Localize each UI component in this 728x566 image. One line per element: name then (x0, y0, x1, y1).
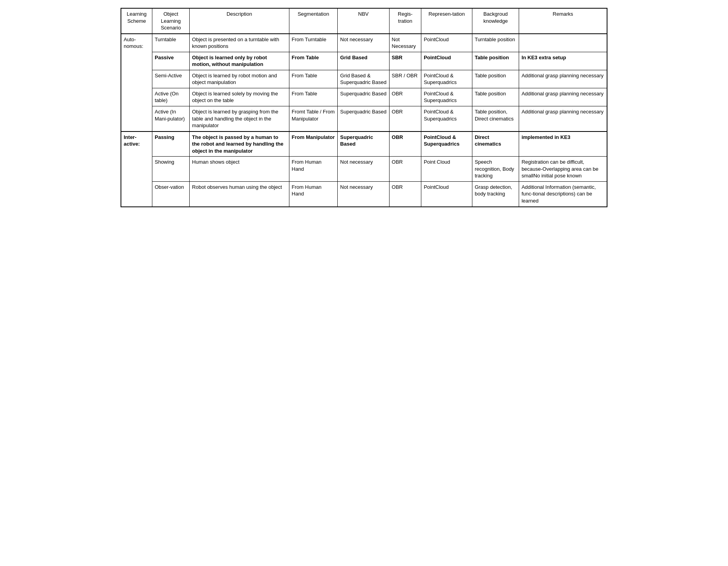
remarks-cell: implemented in KE3 (519, 131, 607, 157)
segmentation-cell: Fromt Table / From Manipulator (289, 106, 337, 131)
table-row: Active (On table)Object is learned solel… (121, 88, 607, 106)
representation-cell: PointCloud & Superquadrics (421, 88, 472, 106)
background-cell: Speech recognition, Body tracking (472, 157, 519, 182)
description-cell: Object is learned by robot motion and ob… (190, 70, 289, 88)
scenario-label: Passing (152, 131, 189, 157)
description-cell: The object is passed by a human to the r… (190, 131, 289, 157)
background-cell: Table position, Direct cinematics (472, 106, 519, 131)
registration-cell: OBR (389, 106, 421, 131)
registration-cell: SBR (389, 52, 421, 70)
background-cell: Grasp detection, body tracking (472, 181, 519, 206)
table-row: Inter-active:PassingThe object is passed… (121, 131, 607, 157)
table-row: PassiveObject is learned only by robot m… (121, 52, 607, 70)
scenario-label: Showing (152, 157, 189, 182)
remarks-cell: Registration can be difficult, because-O… (519, 157, 607, 182)
segmentation-cell: From Table (289, 88, 337, 106)
table-row: Auto-nomous:TurntableObject is presented… (121, 34, 607, 52)
description-cell: Object is learned by grasping from the t… (190, 106, 289, 131)
header-background: Backgroud knowledge (472, 8, 519, 34)
background-cell: Direct cinematics (472, 131, 519, 157)
description-cell: Robot observes human using the object (190, 181, 289, 206)
remarks-cell: Additional Information (semantic, func-t… (519, 181, 607, 206)
registration-cell: OBR (389, 131, 421, 157)
segmentation-cell: From Turntable (289, 34, 337, 52)
header-nbv: NBV (338, 8, 389, 34)
description-cell: Human shows object (190, 157, 289, 182)
description-cell: Object is learned solely by moving the o… (190, 88, 289, 106)
nbv-cell: Grid Based (338, 52, 389, 70)
header-registration: Regis-tration (389, 8, 421, 34)
scenario-label: Active (On table) (152, 88, 189, 106)
segmentation-cell: From Table (289, 70, 337, 88)
scenario-label: Semi-Active (152, 70, 189, 88)
background-cell: Turntable position (472, 34, 519, 52)
nbv-cell: Superquadric Based (338, 106, 389, 131)
remarks-cell: In KE3 extra setup (519, 52, 607, 70)
learning-table: Learning Scheme Object Learning Scenario… (121, 8, 607, 207)
segmentation-cell: From Human Hand (289, 157, 337, 182)
registration-cell: OBR (389, 88, 421, 106)
header-learning-scheme: Learning Scheme (121, 8, 152, 34)
scenario-label: Turntable (152, 34, 189, 52)
representation-cell: PointCloud (421, 34, 472, 52)
header-object-scenario: Object Learning Scenario (152, 8, 189, 34)
header-description: Description (190, 8, 289, 34)
description-cell: Object is presented on a turntable with … (190, 34, 289, 52)
registration-cell: OBR (389, 181, 421, 206)
nbv-cell: Not necessary (338, 157, 389, 182)
remarks-cell: Additional grasp planning necessary (519, 88, 607, 106)
background-cell: Table position (472, 52, 519, 70)
scenario-label: Active (In Mani-pulator) (152, 106, 189, 131)
header-representation: Represen-tation (421, 8, 472, 34)
scenario-label: Passive (152, 52, 189, 70)
registration-cell: SBR / OBR (389, 70, 421, 88)
background-cell: Table position (472, 70, 519, 88)
main-container: Learning Scheme Object Learning Scenario… (121, 8, 607, 207)
segmentation-cell: From Human Hand (289, 181, 337, 206)
nbv-cell: Superquadric Based (338, 88, 389, 106)
scheme-label: Inter-active: (121, 131, 152, 207)
representation-cell: PointCloud & Superquadrics (421, 70, 472, 88)
table-row: ShowingHuman shows objectFrom Human Hand… (121, 157, 607, 182)
representation-cell: Point Cloud (421, 157, 472, 182)
background-cell: Table position (472, 88, 519, 106)
header-remarks: Remarks (519, 8, 607, 34)
nbv-cell: Grid Based & Superquadric Based (338, 70, 389, 88)
nbv-cell: Superquadric Based (338, 131, 389, 157)
registration-cell: Not Necessary (389, 34, 421, 52)
registration-cell: OBR (389, 157, 421, 182)
nbv-cell: Not necessary (338, 181, 389, 206)
table-row: Semi-ActiveObject is learned by robot mo… (121, 70, 607, 88)
table-row: Active (In Mani-pulator)Object is learne… (121, 106, 607, 131)
header-segmentation: Segmentation (289, 8, 337, 34)
remarks-cell: Additional grasp planning necessary (519, 106, 607, 131)
representation-cell: PointCloud (421, 181, 472, 206)
scheme-label: Auto-nomous: (121, 34, 152, 131)
table-row: Obser-vationRobot observes human using t… (121, 181, 607, 206)
representation-cell: PointCloud (421, 52, 472, 70)
representation-cell: PointCloud & Superquadrics (421, 131, 472, 157)
remarks-cell (519, 34, 607, 52)
nbv-cell: Not necessary (338, 34, 389, 52)
representation-cell: PointCloud & Superquadrics (421, 106, 472, 131)
scenario-label: Obser-vation (152, 181, 189, 206)
remarks-cell: Additional grasp planning necessary (519, 70, 607, 88)
description-cell: Object is learned only by robot motion, … (190, 52, 289, 70)
segmentation-cell: From Manipulator (289, 131, 337, 157)
segmentation-cell: From Table (289, 52, 337, 70)
